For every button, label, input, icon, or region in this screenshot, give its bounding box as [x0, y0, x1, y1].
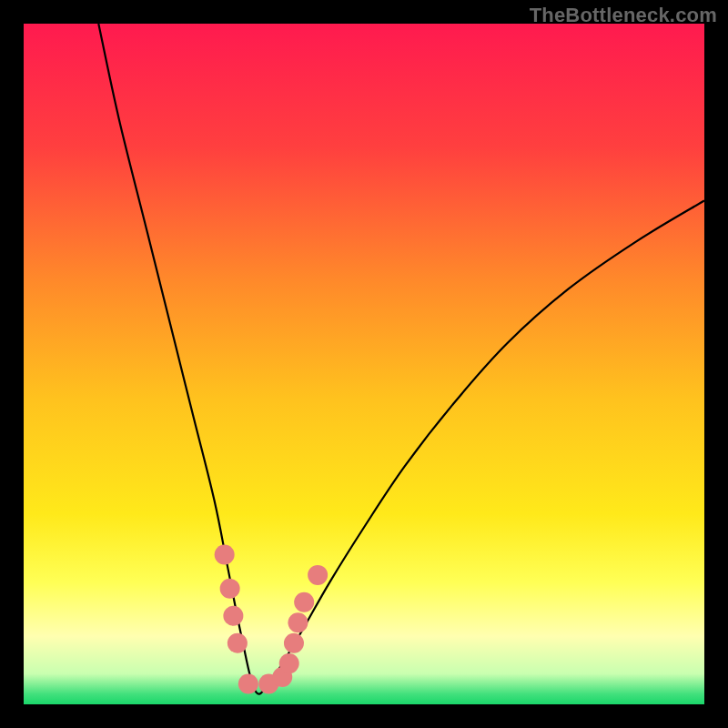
marker-point: [238, 674, 258, 694]
chart-frame: TheBottleneck.com: [0, 0, 728, 728]
marker-point: [215, 544, 235, 564]
plot-area: [24, 24, 704, 704]
marker-point: [220, 579, 240, 599]
chart-svg: [24, 24, 704, 704]
marker-point: [279, 653, 299, 673]
watermark-text: TheBottleneck.com: [530, 4, 717, 27]
marker-point: [308, 565, 328, 585]
chart-background: [24, 24, 704, 704]
marker-point: [284, 633, 304, 653]
marker-point: [294, 592, 314, 612]
marker-point: [228, 633, 248, 653]
marker-point: [223, 606, 243, 626]
marker-point: [288, 612, 308, 632]
